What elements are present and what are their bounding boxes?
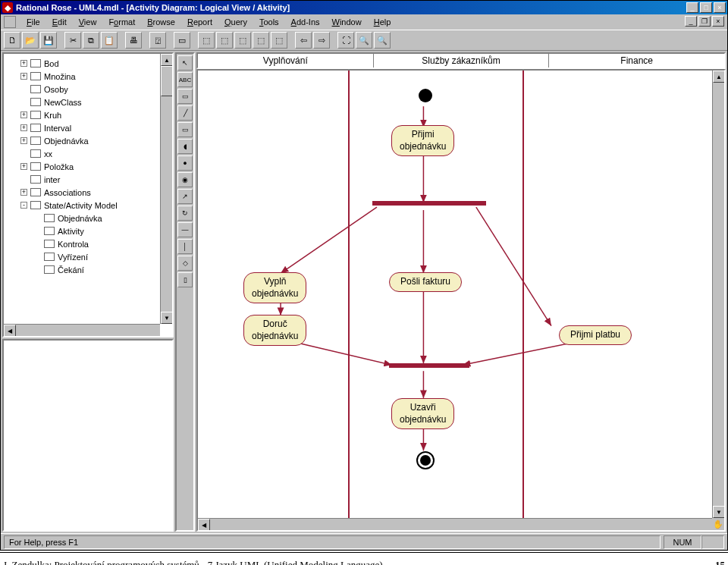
- canvas-scrollbar-h[interactable]: ◀ ▶: [198, 518, 712, 530]
- activity-doruc-objednavku[interactable]: Doručobjednávku: [243, 315, 306, 346]
- diagram5-button[interactable]: ⬚: [271, 32, 287, 49]
- menu-browse[interactable]: Browse: [141, 16, 181, 28]
- pan-hand-icon[interactable]: ✋: [712, 518, 724, 530]
- tree-item[interactable]: xx: [5, 147, 171, 160]
- transition-tool[interactable]: ↗: [177, 189, 193, 204]
- tree-expander-icon[interactable]: +: [20, 111, 27, 118]
- tree-scrollbar-h[interactable]: ◀ ▶: [4, 324, 160, 336]
- menu-tools[interactable]: Tools: [253, 16, 285, 28]
- activity-prijmi-objednavku[interactable]: Přijmiobjednávku: [391, 125, 454, 156]
- end-node[interactable]: [416, 451, 435, 469]
- tree-item[interactable]: Osoby: [5, 83, 171, 96]
- tree-item[interactable]: +Položka: [5, 160, 171, 173]
- swimlane-2[interactable]: Služby zákazníkům: [374, 54, 550, 67]
- mdi-minimize-button[interactable]: _: [685, 16, 697, 27]
- state-tool[interactable]: ▭: [177, 122, 193, 137]
- scroll-down-icon[interactable]: ▼: [713, 506, 725, 518]
- paste-button[interactable]: 📋: [101, 32, 118, 49]
- menu-file[interactable]: File: [20, 16, 46, 28]
- sync-h-tool[interactable]: —: [177, 222, 193, 237]
- anchor-tool[interactable]: ╱: [177, 105, 193, 121]
- note-tool[interactable]: ▭: [177, 89, 193, 104]
- activity-vypln-objednavku[interactable]: Vyplňobjednávku: [243, 272, 306, 303]
- close-button[interactable]: ×: [714, 2, 726, 13]
- diagram1-button[interactable]: ⬚: [198, 32, 215, 49]
- pointer-tool[interactable]: ↖: [177, 55, 193, 71]
- save-button[interactable]: 💾: [40, 32, 57, 49]
- diagram3-button[interactable]: ⬚: [234, 32, 251, 49]
- diagram-canvas[interactable]: Přijmiobjednávku Vyplňobjednávku Pošli f…: [196, 69, 726, 532]
- activity-prijmi-platbu[interactable]: Přijmi platbu: [559, 325, 632, 345]
- activity-posli-fakturu[interactable]: Pošli fakturu: [389, 272, 462, 292]
- new-button[interactable]: 🗋: [4, 32, 20, 49]
- tree-item[interactable]: +Objednávka: [5, 134, 171, 147]
- menu-help[interactable]: Help: [368, 16, 397, 28]
- menu-query[interactable]: Query: [218, 16, 253, 28]
- tree-scrollbar-v[interactable]: ▲ ▼: [160, 54, 172, 324]
- tree-item[interactable]: Objednávka: [5, 212, 171, 224]
- activity-uzavri-objednavku[interactable]: Uzavřiobjednávku: [391, 398, 454, 429]
- swimlane-tool[interactable]: ▯: [177, 272, 193, 287]
- mdi-close-button[interactable]: ×: [712, 16, 724, 27]
- join-bar[interactable]: [389, 363, 469, 368]
- scroll-up-icon[interactable]: ▲: [713, 71, 725, 83]
- activity-tool[interactable]: ◖: [177, 139, 193, 154]
- mdi-restore-button[interactable]: ❐: [698, 16, 711, 27]
- swimlane-1[interactable]: Vyplňování: [198, 54, 374, 67]
- tree-expander-icon[interactable]: -: [20, 202, 27, 209]
- cut-button[interactable]: ✂: [64, 32, 81, 49]
- browse-class-button[interactable]: ▭: [174, 32, 190, 49]
- tree-item[interactable]: +Množina: [5, 70, 171, 83]
- tree-item[interactable]: +Interval: [5, 121, 171, 134]
- tree-item[interactable]: Aktivity: [5, 224, 171, 237]
- tree-expander-icon[interactable]: +: [20, 137, 27, 144]
- tree-item[interactable]: -State/Activity Model: [5, 199, 171, 212]
- self-transition-tool[interactable]: ↻: [177, 206, 193, 221]
- decision-tool[interactable]: ◇: [177, 256, 193, 271]
- print-button[interactable]: 🖶: [125, 32, 142, 49]
- tree-expander-icon[interactable]: +: [20, 73, 27, 80]
- documentation-panel[interactable]: [2, 339, 174, 532]
- tree-item[interactable]: +Bod: [5, 57, 171, 70]
- scroll-thumb[interactable]: [161, 66, 173, 96]
- minimize-button[interactable]: _: [686, 2, 698, 13]
- diagram2-button[interactable]: ⬚: [216, 32, 233, 49]
- tree-item[interactable]: +Kruh: [5, 108, 171, 121]
- zoom-in-button[interactable]: 🔍: [356, 32, 372, 49]
- swimlane-3[interactable]: Finance: [549, 54, 724, 67]
- scroll-right-icon[interactable]: ▶: [700, 531, 712, 532]
- menu-edit[interactable]: Edit: [46, 16, 73, 28]
- diagram4-button[interactable]: ⬚: [253, 32, 269, 49]
- sync-v-tool[interactable]: │: [177, 239, 193, 254]
- start-node[interactable]: [419, 89, 432, 102]
- tree-expander-icon[interactable]: +: [20, 163, 27, 170]
- tree-item[interactable]: +Associations: [5, 186, 171, 199]
- help-pointer-button[interactable]: ⍰: [149, 32, 166, 49]
- tree-expander-icon[interactable]: +: [20, 124, 27, 131]
- menu-window[interactable]: Window: [326, 16, 368, 28]
- menu-view[interactable]: View: [73, 16, 103, 28]
- tree-item[interactable]: NewClass: [5, 96, 171, 108]
- canvas-scrollbar-v[interactable]: ▲ ▼: [712, 71, 724, 518]
- scroll-left-icon[interactable]: ◀: [198, 519, 210, 531]
- tree-item[interactable]: Čekání: [5, 263, 171, 276]
- tree-expander-icon[interactable]: +: [20, 189, 27, 196]
- scroll-down-icon[interactable]: ▼: [161, 312, 173, 324]
- menu-addins[interactable]: Add-Ins: [285, 16, 326, 28]
- back-button[interactable]: ⇦: [295, 32, 312, 49]
- scroll-right-icon[interactable]: ▶: [148, 337, 160, 337]
- forward-button[interactable]: ⇨: [313, 32, 330, 49]
- fork-bar[interactable]: [372, 201, 486, 206]
- scroll-left-icon[interactable]: ◀: [4, 325, 16, 337]
- open-button[interactable]: 📂: [22, 32, 39, 49]
- zoom-out-button[interactable]: 🔍: [374, 32, 391, 49]
- menu-format[interactable]: Format: [102, 16, 141, 28]
- start-tool[interactable]: ●: [177, 155, 193, 171]
- tree-item[interactable]: Kontrola: [5, 237, 171, 250]
- tree-item[interactable]: Vyřízení: [5, 250, 171, 263]
- text-tool[interactable]: ABC: [177, 72, 193, 87]
- scroll-up-icon[interactable]: ▲: [161, 54, 173, 66]
- maximize-button[interactable]: □: [700, 2, 712, 13]
- zoom-fit-button[interactable]: ⛶: [337, 32, 354, 49]
- menu-report[interactable]: Report: [181, 16, 218, 28]
